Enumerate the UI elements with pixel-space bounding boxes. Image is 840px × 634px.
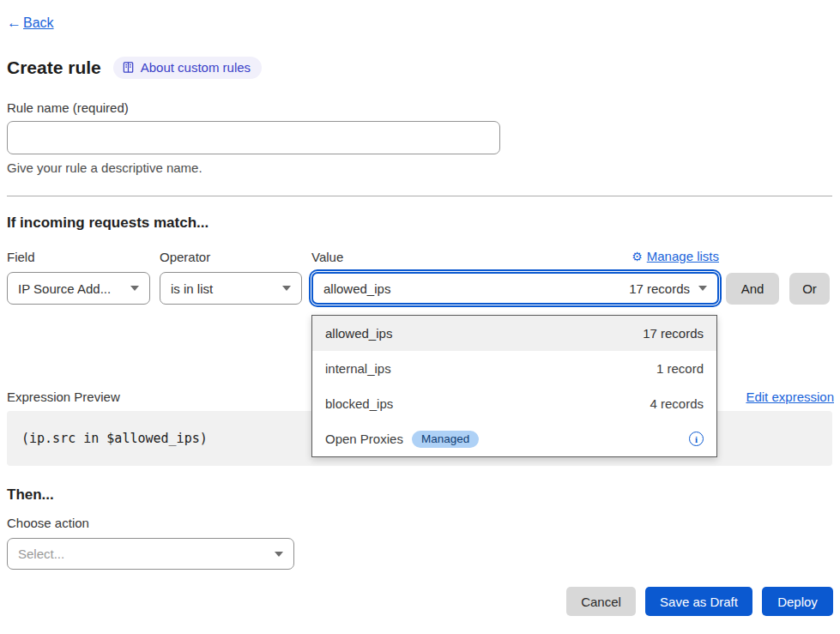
chevron-down-icon (275, 552, 283, 557)
expression-preview-label: Expression Preview (7, 389, 120, 404)
value-dropdown-menu: allowed_ips 17 records internal_ips 1 re… (311, 315, 717, 457)
value-select-records: 17 records (629, 281, 690, 296)
list-option-records: 17 records (643, 326, 704, 341)
value-select-value: allowed_ips (323, 281, 390, 296)
list-option-internal-ips[interactable]: internal_ips 1 record (312, 351, 716, 386)
chevron-down-icon (130, 286, 139, 291)
create-rule-page: ← Back Create rule About custom rules Ru… (0, 0, 840, 634)
value-label: Value (311, 250, 343, 264)
and-button[interactable]: And (726, 273, 779, 305)
or-button[interactable]: Or (789, 273, 830, 305)
list-option-name: Open Proxies (325, 432, 403, 446)
operator-select[interactable]: is in list (160, 272, 302, 305)
expression-code-text: (ip.src in $allowed_ips) (21, 431, 208, 446)
field-label: Field (7, 250, 35, 264)
manage-lists-label[interactable]: Manage lists (647, 249, 719, 263)
match-heading: If incoming requests match... (7, 214, 208, 232)
then-heading: Then... (7, 486, 54, 504)
list-option-name: allowed_ips (325, 326, 392, 341)
deploy-button[interactable]: Deploy (762, 587, 833, 616)
info-icon[interactable]: i (689, 432, 704, 446)
action-select-placeholder: Select... (18, 546, 64, 561)
gear-icon: ⚙ (632, 250, 643, 263)
back-arrow-icon: ← (7, 15, 21, 32)
rule-name-label: Rule name (required) (7, 100, 129, 115)
operator-select-value: is in list (171, 281, 213, 296)
book-icon (122, 61, 135, 74)
about-custom-rules-link[interactable]: About custom rules (113, 57, 262, 79)
cancel-button[interactable]: Cancel (566, 587, 636, 616)
list-option-records: 1 record (656, 361, 704, 376)
operator-label: Operator (160, 250, 210, 264)
list-option-open-proxies[interactable]: Open Proxies Managed i (312, 421, 716, 456)
list-option-name: blocked_ips (325, 396, 393, 411)
list-option-name: internal_ips (325, 361, 391, 376)
action-select[interactable]: Select... (7, 538, 294, 570)
field-select-value: IP Source Add... (18, 281, 111, 296)
list-option-allowed-ips[interactable]: allowed_ips 17 records (312, 316, 716, 351)
edit-expression-link[interactable]: Edit expression (746, 389, 834, 404)
section-divider (7, 196, 832, 196)
managed-badge: Managed (412, 431, 479, 448)
about-custom-rules-label: About custom rules (141, 60, 251, 75)
back-link-label[interactable]: Back (23, 15, 54, 31)
back-link[interactable]: ← Back (7, 15, 54, 32)
rule-name-input[interactable] (7, 121, 500, 154)
manage-lists-link[interactable]: ⚙ Manage lists (632, 249, 719, 263)
list-option-blocked-ips[interactable]: blocked_ips 4 records (312, 386, 716, 421)
title-row: Create rule About custom rules (7, 57, 262, 79)
page-title: Create rule (7, 57, 101, 78)
save-as-draft-button[interactable]: Save as Draft (645, 587, 752, 616)
rule-name-helper: Give your rule a descriptive name. (7, 160, 202, 175)
choose-action-label: Choose action (7, 516, 89, 530)
field-select[interactable]: IP Source Add... (7, 272, 150, 305)
list-option-records: 4 records (650, 396, 704, 411)
chevron-down-icon (698, 286, 707, 291)
value-select[interactable]: allowed_ips 17 records (311, 272, 719, 305)
chevron-down-icon (282, 286, 291, 291)
